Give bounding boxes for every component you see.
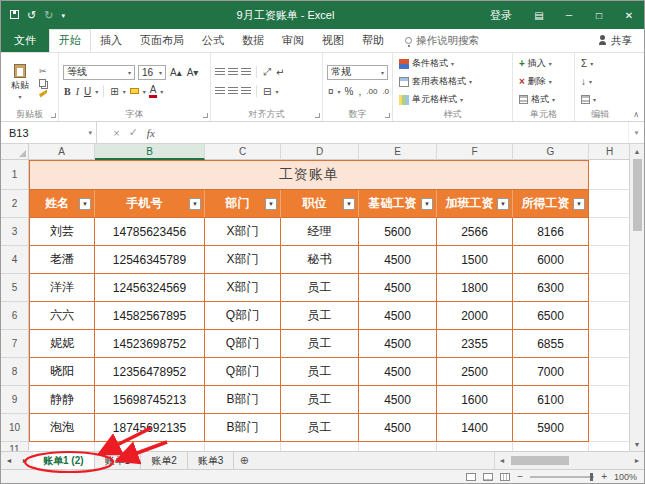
align-top-icon[interactable]	[215, 68, 225, 76]
scroll-right-icon[interactable]: ►	[630, 457, 644, 464]
data-cell[interactable]: 14582567895	[95, 302, 205, 330]
cells-item-0[interactable]: +插入▾	[517, 56, 570, 71]
close-button[interactable]: ✕	[614, 1, 644, 29]
fill-color-button[interactable]	[129, 88, 140, 94]
filter-button[interactable]: ▼	[573, 198, 585, 210]
data-cell[interactable]: Q部门	[205, 302, 281, 330]
align-left-icon[interactable]	[215, 87, 225, 95]
font-name-select[interactable]: 等线▾	[63, 65, 135, 80]
data-cell[interactable]: 8166	[513, 218, 589, 246]
ribbon-tab-4[interactable]: 数据	[233, 29, 273, 52]
empty-cell[interactable]	[589, 274, 631, 302]
data-cell[interactable]: 刘芸	[29, 218, 95, 246]
previous-sheet-icon[interactable]: ◄	[1, 452, 17, 469]
ribbon-tab-7[interactable]: 帮助	[353, 29, 393, 52]
cut-icon[interactable]: ✂	[39, 66, 47, 76]
data-cell[interactable]: 员工	[281, 386, 359, 414]
empty-cell[interactable]	[589, 302, 631, 330]
data-cell[interactable]: 6000	[513, 246, 589, 274]
data-cell[interactable]: 1800	[437, 274, 513, 302]
sheet-tab-3[interactable]: 账单3	[188, 452, 235, 469]
data-cell[interactable]: 12356478952	[95, 358, 205, 386]
data-cell[interactable]: 4500	[359, 386, 437, 414]
empty-cell[interactable]	[95, 442, 205, 451]
data-cell[interactable]: 员工	[281, 414, 359, 442]
row-header-3[interactable]: 3	[1, 218, 29, 246]
data-cell[interactable]: X部门	[205, 274, 281, 302]
data-cell[interactable]: X部门	[205, 218, 281, 246]
decrease-font-icon[interactable]: A▾	[186, 67, 200, 78]
formula-bar-expand-icon[interactable]: ▾	[628, 122, 644, 143]
table-header-cell[interactable]: 手机号▼	[95, 190, 205, 218]
table-header-cell[interactable]: 基础工资▼	[359, 190, 437, 218]
row-header-1[interactable]: 1	[1, 160, 29, 190]
autosum-button[interactable]: Σ▾	[579, 56, 621, 71]
data-cell[interactable]: 员工	[281, 358, 359, 386]
styles-item-0[interactable]: 条件格式▾	[397, 56, 508, 71]
fill-button[interactable]: ↓▾	[579, 74, 621, 89]
empty-cell[interactable]	[281, 442, 359, 451]
maximize-button[interactable]: □	[584, 1, 614, 29]
ribbon-tab-6[interactable]: 视图	[313, 29, 353, 52]
data-cell[interactable]: 14523698752	[95, 330, 205, 358]
styles-item-2[interactable]: 单元格样式▾	[397, 92, 508, 107]
data-cell[interactable]: 5600	[359, 218, 437, 246]
row-header-6[interactable]: 6	[1, 302, 29, 330]
increase-font-icon[interactable]: A▴	[169, 67, 183, 78]
empty-cell[interactable]	[589, 190, 631, 218]
horizontal-scroll-track[interactable]	[509, 456, 630, 465]
data-cell[interactable]: 六六	[29, 302, 95, 330]
sheet-tab-2[interactable]: 账单2	[141, 452, 188, 469]
data-cell[interactable]: 18745692135	[95, 414, 205, 442]
table-header-cell[interactable]: 加班工资▼	[437, 190, 513, 218]
empty-cell[interactable]	[589, 246, 631, 274]
orientation-icon[interactable]: ⤢	[262, 66, 272, 78]
filter-button[interactable]: ▼	[265, 198, 277, 210]
name-box[interactable]: B13 ▾	[1, 122, 97, 143]
table-title-cell[interactable]: 工资账单	[29, 160, 589, 190]
data-cell[interactable]: 6500	[513, 302, 589, 330]
data-cell[interactable]: Q部门	[205, 330, 281, 358]
data-cell[interactable]: 秘书	[281, 246, 359, 274]
cancel-icon[interactable]: ×	[113, 127, 119, 139]
vertical-scrollbar[interactable]: ▲ ▼	[629, 144, 644, 451]
align-middle-icon[interactable]	[228, 68, 238, 76]
zoom-out-icon[interactable]: −	[517, 471, 523, 482]
data-cell[interactable]: 静静	[29, 386, 95, 414]
data-cell[interactable]: B部门	[205, 386, 281, 414]
data-cell[interactable]: 4500	[359, 358, 437, 386]
enter-icon[interactable]: ✓	[129, 126, 138, 139]
data-cell[interactable]: 1500	[437, 246, 513, 274]
empty-cell[interactable]	[437, 442, 513, 451]
clear-button[interactable]: ▾	[579, 92, 621, 107]
paste-button[interactable]: 粘贴 ▾	[5, 64, 35, 100]
decrease-decimal-icon[interactable]: .0	[381, 87, 390, 96]
row-header-10[interactable]: 10	[1, 414, 29, 442]
row-header-4[interactable]: 4	[1, 246, 29, 274]
scroll-up-icon[interactable]: ▲	[630, 144, 644, 158]
empty-cell[interactable]	[589, 218, 631, 246]
data-cell[interactable]: 员工	[281, 274, 359, 302]
ribbon-display-options-button[interactable]: ▤	[524, 1, 554, 29]
dialog-launcher-icon[interactable]	[51, 113, 56, 118]
minimize-button[interactable]: ─	[554, 1, 584, 29]
empty-cell[interactable]	[359, 442, 437, 451]
empty-cell[interactable]	[589, 386, 631, 414]
dialog-launcher-icon[interactable]	[203, 113, 208, 118]
next-sheet-icon[interactable]: ►	[17, 452, 33, 469]
filter-button[interactable]: ▼	[189, 198, 201, 210]
ribbon-tab-2[interactable]: 页面布局	[131, 29, 193, 52]
table-header-cell[interactable]: 所得工资▼	[513, 190, 589, 218]
row-header-9[interactable]: 9	[1, 386, 29, 414]
data-cell[interactable]: 4500	[359, 330, 437, 358]
new-sheet-button[interactable]: ⊕	[234, 452, 254, 469]
data-cell[interactable]: 12546345789	[95, 246, 205, 274]
horizontal-scrollbar[interactable]: ◄ ►	[494, 452, 644, 469]
row-header-7[interactable]: 7	[1, 330, 29, 358]
column-header-F[interactable]: F	[437, 144, 513, 160]
page-break-view-icon[interactable]	[500, 473, 510, 481]
data-cell[interactable]: 6300	[513, 274, 589, 302]
cells-item-2[interactable]: 格式▾	[517, 92, 570, 107]
share-button[interactable]: 共享	[587, 29, 644, 52]
zoom-level[interactable]: 100%	[614, 472, 637, 482]
